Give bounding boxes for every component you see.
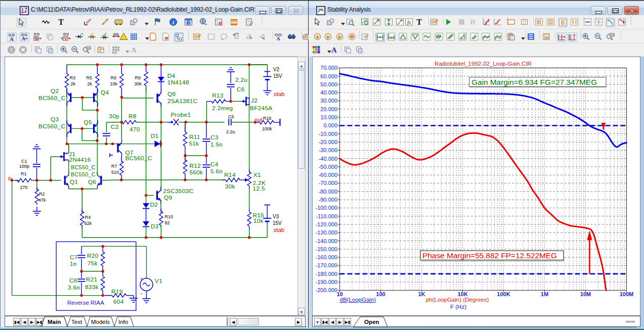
svg-text:dB(LoopGain): dB(LoopGain) <box>340 297 376 303</box>
svg-text:5.6n: 5.6n <box>210 168 223 175</box>
svg-text:R9: R9 <box>135 75 141 80</box>
svg-text:-150.000: -150.000 <box>316 246 337 252</box>
svg-text:82: 82 <box>165 220 170 225</box>
svg-text:!: ! <box>11 47 13 53</box>
svg-text:100k: 100k <box>262 126 272 131</box>
svg-text:fx: fx <box>338 35 341 39</box>
svg-text:30k: 30k <box>225 183 235 190</box>
svg-text:1N4148: 1N4148 <box>167 79 189 86</box>
svg-text:-200.000: -200.000 <box>316 287 337 293</box>
svg-text:1n: 1n <box>70 260 77 267</box>
svg-text:BC560_C: BC560_C <box>38 95 65 102</box>
svg-text:Radiolubitel_1992-02_Loop-Gain: Radiolubitel_1992-02_Loop-Gain.CIR <box>435 61 532 67</box>
svg-text:N: N <box>34 36 37 41</box>
svg-text:-30.000: -30.000 <box>319 147 337 153</box>
svg-text:R11: R11 <box>189 133 200 140</box>
svg-text:-70.000: -70.000 <box>319 180 337 186</box>
svg-text:R1: R1 <box>21 171 27 176</box>
svg-text:R19: R19 <box>111 288 123 295</box>
svg-text:out: out <box>254 117 262 123</box>
svg-text:Q6: Q6 <box>88 178 96 185</box>
svg-text:-60.000: -60.000 <box>319 172 337 178</box>
svg-text:60.000: 60.000 <box>320 73 337 79</box>
svg-text:R8: R8 <box>128 113 137 120</box>
svg-text:BF245A: BF245A <box>250 105 272 112</box>
svg-text:C7: C7 <box>70 254 78 261</box>
svg-text:BC550_C: BC550_C <box>71 164 96 170</box>
svg-text:BC550_C: BC550_C <box>71 171 96 177</box>
svg-text:R16: R16 <box>263 116 272 121</box>
svg-text:A: A <box>331 46 337 54</box>
svg-text:833k: 833k <box>85 284 99 291</box>
svg-text:2k: 2k <box>71 81 76 86</box>
svg-text:R2: R2 <box>39 192 45 197</box>
svg-text:-110.000: -110.000 <box>316 213 337 219</box>
svg-text:100: 100 <box>87 46 91 50</box>
svg-text:C5: C5 <box>228 114 234 119</box>
svg-text:D2: D2 <box>150 201 158 208</box>
svg-text:D3: D3 <box>151 223 159 230</box>
svg-text:75k: 75k <box>88 260 98 267</box>
svg-text:-: - <box>141 290 143 296</box>
svg-text:+: + <box>140 276 143 281</box>
svg-text:2.2u: 2.2u <box>226 129 235 134</box>
svg-text:i: i <box>173 19 174 25</box>
svg-text:510: 510 <box>111 170 119 175</box>
svg-text:10k: 10k <box>110 81 118 86</box>
svg-text:3.6n: 3.6n <box>68 284 80 291</box>
svg-text:V3: V3 <box>273 214 279 219</box>
svg-text:-20.000: -20.000 <box>319 139 337 145</box>
svg-text:Info: Info <box>118 319 128 325</box>
svg-text:-50.000: -50.000 <box>319 164 337 170</box>
svg-text:12.5: 12.5 <box>253 185 265 192</box>
svg-text:Open: Open <box>364 319 379 325</box>
svg-text:-180.000: -180.000 <box>316 271 337 277</box>
svg-text:V1: V1 <box>155 277 162 285</box>
svg-text:-140.000: -140.000 <box>316 238 337 244</box>
svg-text:Q8: Q8 <box>167 90 176 98</box>
svg-text:2k: 2k <box>88 81 93 86</box>
svg-text:0.000: 0.000 <box>323 122 337 128</box>
svg-text:30k: 30k <box>135 81 142 86</box>
svg-text:A: A <box>131 46 137 54</box>
svg-text:fx: fx <box>407 20 411 25</box>
svg-text:40.000: 40.000 <box>320 89 337 96</box>
svg-text:C8: C8 <box>69 277 77 284</box>
svg-text:51k: 51k <box>189 140 199 147</box>
svg-text:F (Hz): F (Hz) <box>450 304 466 310</box>
svg-text:10.000: 10.000 <box>320 114 337 120</box>
svg-text:50.000: 50.000 <box>320 81 337 87</box>
svg-text:Probe1: Probe1 <box>170 111 191 118</box>
svg-text:30p: 30p <box>109 113 119 120</box>
svg-text:A: A <box>276 36 280 41</box>
svg-text:ph(LoopGain) (Degrees): ph(LoopGain) (Degrees) <box>426 297 489 303</box>
svg-text:Models: Models <box>91 319 110 325</box>
svg-text:R7: R7 <box>111 164 117 169</box>
svg-text:Q4: Q4 <box>101 89 109 96</box>
svg-text:R4: R4 <box>85 215 91 220</box>
svg-text:R14: R14 <box>224 171 236 178</box>
svg-text:15V: 15V <box>273 220 282 226</box>
svg-text:Q9: Q9 <box>164 194 172 201</box>
svg-text:Gain Margin=6.934 FG=27.347MEG: Gain Margin=6.934 FG=27.347MEG <box>471 78 597 86</box>
svg-text:2.2u: 2.2u <box>235 76 247 83</box>
svg-text:R21: R21 <box>86 276 98 283</box>
svg-text:470: 470 <box>130 126 140 133</box>
svg-text:270: 270 <box>20 185 28 190</box>
svg-text:-170.000: -170.000 <box>316 262 337 268</box>
svg-text:123: 123 <box>544 36 548 39</box>
svg-text:Phase Margin=55.882 FP=12.522M: Phase Margin=55.882 FP=12.522MEG <box>422 251 557 260</box>
svg-text:-90.000: -90.000 <box>319 197 337 203</box>
svg-text:.2N4416: .2N4416 <box>67 156 91 163</box>
svg-text:604: 604 <box>113 298 124 305</box>
svg-text:R13: R13 <box>212 92 224 99</box>
svg-text:2SA1381C: 2SA1381C <box>167 98 198 105</box>
svg-text:C2: C2 <box>111 123 119 130</box>
svg-text:100p: 100p <box>19 164 29 169</box>
svg-text:62k: 62k <box>84 221 92 226</box>
svg-text:BC560_C: BC560_C <box>38 123 65 130</box>
svg-text:10k: 10k <box>253 217 264 224</box>
svg-text:560k: 560k <box>190 169 203 176</box>
svg-text:x: x <box>316 34 319 39</box>
svg-text:20.000: 20.000 <box>320 106 337 112</box>
